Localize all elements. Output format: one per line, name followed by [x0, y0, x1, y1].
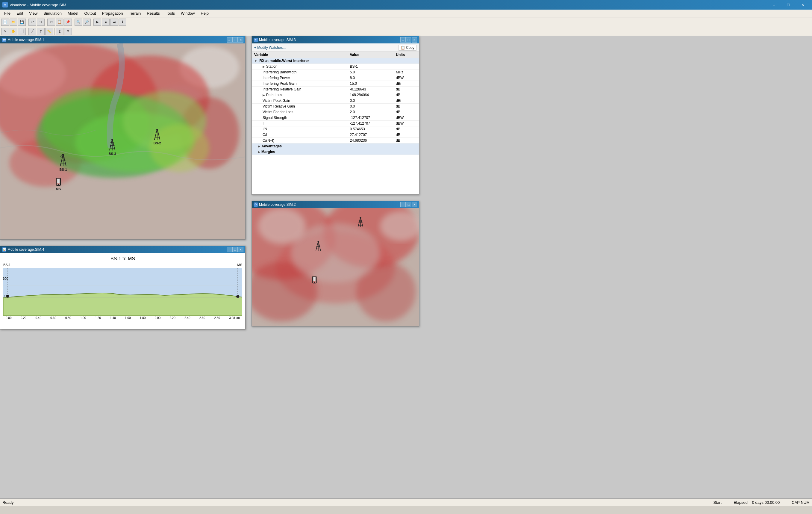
profile-maximize[interactable]: □: [232, 247, 238, 252]
tb-new[interactable]: 📄: [1, 19, 9, 26]
tb-undo[interactable]: ↩: [28, 19, 36, 26]
tower-bs3[interactable]: BS-3: [108, 139, 116, 155]
watch-minimize[interactable]: –: [400, 37, 406, 42]
status-bar: Ready Start Elapsed = 0 days 00:00:00 CA…: [0, 498, 812, 506]
svg-rect-54: [359, 217, 361, 218]
ms-end-label: MS: [237, 263, 242, 266]
close-button[interactable]: ×: [796, 0, 810, 9]
group-label: RX at mobile.Worst Interferer: [259, 59, 309, 63]
profile-close[interactable]: ×: [238, 247, 243, 252]
tb2-text[interactable]: T: [37, 28, 45, 35]
tb-zoomin[interactable]: 🔍: [75, 19, 82, 26]
status-elapsed: Elapsed = 0 days 00:00:00: [733, 500, 780, 505]
tb2-measure[interactable]: 📏: [45, 28, 53, 35]
profile-titlebar[interactable]: 📊 Mobile coverage.SIM:4 – □ ×: [0, 246, 245, 253]
menu-tools[interactable]: Tools: [163, 10, 178, 17]
map2-icon: 🗺: [254, 202, 258, 207]
table-row: ▶Path Loss 148.284064 dB: [252, 92, 419, 98]
svg-line-56: [318, 241, 321, 251]
table-row: C/I 27.412707 dB: [252, 132, 419, 138]
tb-zoomout[interactable]: 🔎: [83, 19, 91, 26]
svg-line-22: [110, 139, 112, 150]
tb2-select[interactable]: ↖: [1, 28, 9, 35]
map2-minimize[interactable]: –: [400, 202, 406, 207]
menu-window[interactable]: Window: [178, 10, 198, 17]
minimize-button[interactable]: –: [767, 0, 781, 9]
map2-svg: [252, 208, 419, 326]
tb2-sum[interactable]: Σ: [56, 28, 63, 35]
menu-edit[interactable]: Edit: [13, 10, 26, 17]
status-capnum: CAP NUM: [792, 500, 810, 505]
menu-file[interactable]: File: [1, 10, 13, 17]
table-row: Interfering Relative Gain -0.128643 dB: [252, 87, 419, 92]
svg-rect-35: [156, 129, 158, 130]
watch-maximize[interactable]: □: [406, 37, 411, 42]
modify-watches-btn[interactable]: + Modify Watches...: [254, 46, 286, 50]
menu-model[interactable]: Model: [65, 10, 81, 17]
tb-copy[interactable]: 📋: [56, 19, 63, 26]
map1-content: BS-1 BS-3: [0, 44, 245, 239]
tb-open[interactable]: 📂: [9, 19, 17, 26]
tb-cut[interactable]: ✂: [47, 19, 55, 26]
tower-bs1[interactable]: BS-1: [59, 154, 68, 171]
tb-save[interactable]: 💾: [18, 19, 26, 26]
table-row: Interfering Bandwidth 5.0 MHz: [252, 69, 419, 75]
tb2-pan[interactable]: ✋: [9, 28, 17, 35]
menu-output[interactable]: Output: [81, 10, 99, 17]
map2-titlebar[interactable]: 🗺 Mobile coverage.SIM:2 – □ ×: [252, 201, 419, 208]
maximize-button[interactable]: □: [781, 0, 795, 9]
tower-bs2-label: BS-2: [153, 141, 161, 145]
map-window-1: 🗺 Mobile coverage.SIM:1 – □ ×: [0, 36, 245, 239]
units-in: dB: [394, 126, 419, 132]
tb-redo[interactable]: ↪: [37, 19, 45, 26]
svg-line-23: [112, 139, 115, 150]
menu-view[interactable]: View: [26, 10, 40, 17]
menu-help[interactable]: Help: [198, 10, 212, 17]
tb-stop[interactable]: ■: [102, 19, 110, 26]
status-ready: Ready: [2, 500, 14, 505]
group-expand[interactable]: ▼: [254, 59, 257, 63]
watch-close[interactable]: ×: [412, 37, 417, 42]
mobile-ms[interactable]: MS: [56, 178, 61, 191]
map1-title: Mobile coverage.SIM:1: [7, 38, 44, 42]
menu-terrain[interactable]: Terrain: [126, 10, 144, 17]
mobile-ms2[interactable]: [312, 277, 317, 285]
app-icon: V: [2, 2, 8, 7]
profile-window: 📊 Mobile coverage.SIM:4 – □ × BS-1 to MS…: [0, 246, 245, 330]
tb2-line[interactable]: ╱: [28, 28, 36, 35]
svg-line-49: [360, 217, 363, 227]
map1-close[interactable]: ×: [238, 37, 243, 42]
units-vrg: dB: [394, 104, 419, 109]
menu-simulation[interactable]: Simulation: [40, 10, 65, 17]
map1-minimize[interactable]: –: [227, 37, 232, 42]
map2-close[interactable]: ×: [412, 202, 417, 207]
tb2-zoom[interactable]: ⬜: [18, 28, 26, 35]
watch-titlebar[interactable]: 👁 Mobile coverage.SIM:3 – □ ×: [252, 36, 419, 44]
tower-bs2[interactable]: BS-2: [153, 129, 162, 145]
tb2-props[interactable]: ⚙: [64, 28, 72, 35]
svg-point-38: [58, 184, 59, 185]
map1-maximize[interactable]: □: [232, 37, 238, 42]
menu-results[interactable]: Results: [144, 10, 163, 17]
map2-title: Mobile coverage.SIM:2: [259, 202, 296, 207]
watch-scroll[interactable]: Variable Value Units ▼ RX at mobile.Wors…: [252, 52, 419, 194]
units-ss: dBW: [394, 115, 419, 121]
tower-map2-mid[interactable]: [315, 241, 322, 252]
tb-run[interactable]: ▶: [93, 19, 101, 26]
menu-propagation[interactable]: Propagation: [99, 10, 126, 17]
tb-step[interactable]: ⏭: [110, 19, 118, 26]
map1-titlebar[interactable]: 🗺 Mobile coverage.SIM:1 – □ ×: [0, 36, 245, 44]
status-start: Start: [714, 500, 722, 505]
table-row: Victim Relative Gain 0.0 dB: [252, 104, 419, 109]
tb-paste[interactable]: 📌: [64, 19, 72, 26]
profile-minimize[interactable]: –: [227, 247, 232, 252]
tb-info[interactable]: ℹ: [119, 19, 126, 26]
profile-content: BS-1 to MS BS-1 MS: [0, 253, 245, 329]
val-ci: 27.412707: [348, 132, 394, 138]
col-variable: Variable: [252, 52, 348, 58]
val-i: -127.412707: [348, 121, 394, 126]
map2-maximize[interactable]: □: [406, 202, 411, 207]
copy-btn[interactable]: 📋 Copy: [399, 45, 416, 51]
tower-map2-top[interactable]: [356, 217, 365, 229]
svg-line-55: [316, 241, 318, 251]
